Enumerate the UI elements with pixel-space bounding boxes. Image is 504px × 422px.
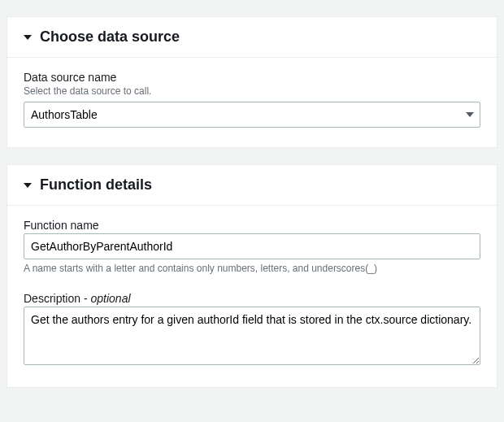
data-source-select-wrap: AuthorsTable bbox=[24, 102, 480, 128]
function-details-panel: Function details Function name A name st… bbox=[7, 164, 497, 388]
data-source-name-hint: Select the data source to call. bbox=[24, 85, 480, 97]
function-name-label: Function name bbox=[24, 219, 480, 232]
svg-marker-2 bbox=[24, 183, 32, 188]
description-label-text: Description bbox=[24, 292, 80, 305]
function-name-input[interactable] bbox=[24, 233, 480, 259]
description-label: Description - optional bbox=[24, 292, 480, 305]
choose-data-source-body: Data source name Select the data source … bbox=[7, 58, 497, 147]
description-label-optional: optional bbox=[90, 292, 130, 305]
data-source-name-field: Data source name Select the data source … bbox=[24, 71, 480, 128]
function-details-header[interactable]: Function details bbox=[7, 165, 497, 206]
choose-data-source-panel: Choose data source Data source name Sele… bbox=[7, 16, 497, 148]
function-details-title: Function details bbox=[40, 176, 152, 194]
description-textarea[interactable]: Get the authors entry for a given author… bbox=[24, 307, 480, 365]
data-source-select[interactable]: AuthorsTable bbox=[24, 102, 480, 128]
choose-data-source-header[interactable]: Choose data source bbox=[7, 17, 497, 58]
function-name-hint: A name starts with a letter and contains… bbox=[24, 263, 480, 274]
caret-down-icon bbox=[24, 31, 32, 44]
description-field: Description - optional Get the authors e… bbox=[24, 292, 480, 368]
choose-data-source-title: Choose data source bbox=[40, 28, 180, 46]
description-label-dash: - bbox=[80, 292, 90, 305]
data-source-name-label: Data source name bbox=[24, 71, 480, 84]
svg-marker-0 bbox=[24, 35, 32, 40]
function-details-body: Function name A name starts with a lette… bbox=[7, 206, 497, 387]
caret-down-icon bbox=[24, 179, 32, 192]
function-name-field: Function name A name starts with a lette… bbox=[24, 219, 480, 274]
